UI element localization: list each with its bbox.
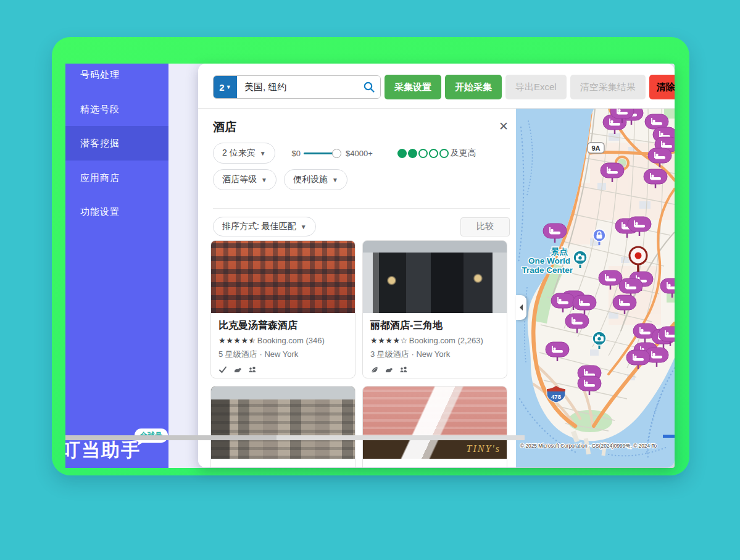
panel-title: 酒店: [213, 119, 236, 135]
toolbar-button[interactable]: 导出Excel: [505, 75, 567, 99]
price-slider: [304, 149, 337, 158]
toolbar-button[interactable]: 开始采集: [445, 75, 502, 99]
star-rating: ★★★★★☆: [218, 336, 256, 345]
leaf-icon: [370, 366, 378, 374]
result-count-value: 2: [219, 82, 224, 93]
amenity-icons: [370, 366, 499, 374]
search-button[interactable]: [358, 76, 380, 98]
review-source: Booking.com (346): [257, 336, 325, 345]
sidebar-item[interactable]: 潜客挖掘: [65, 126, 168, 161]
sidebar-item[interactable]: 功能设置: [65, 194, 168, 229]
amenities-dropdown[interactable]: 便利设施 ▼: [284, 169, 347, 190]
hotel-name: 比克曼汤普森酒店: [218, 319, 347, 332]
search-input[interactable]: [237, 76, 358, 98]
rating-circle[interactable]: [429, 149, 438, 158]
search-control: 2 ▼: [213, 75, 381, 99]
sort-dropdown[interactable]: 排序方式: 最佳匹配 ▼: [213, 217, 316, 236]
rating-circle[interactable]: [397, 149, 407, 158]
close-icon[interactable]: ✕: [497, 119, 510, 133]
chevron-down-icon: ▼: [301, 224, 307, 230]
rating-filter: [397, 149, 449, 158]
sidebar: 号码处理精选号段潜客挖掘应用商店功能设置 叮当助手 全球号: [65, 64, 168, 468]
compare-button[interactable]: 比较: [460, 217, 510, 236]
svg-text:景点: 景点: [551, 247, 568, 256]
sidebar-nav: 号码处理精选号段潜客挖掘应用商店功能设置: [65, 64, 168, 229]
rating-circle[interactable]: [418, 149, 428, 158]
hotel-card-body: 丽都酒店-三角地★★★★☆Booking.com (2,263)3 星级酒店 ·…: [363, 313, 507, 374]
toolbar-button[interactable]: 清空采集结果: [570, 75, 646, 99]
hotel-card[interactable]: 丽都酒店-三角地★★★★☆Booking.com (2,263)3 星级酒店 ·…: [362, 240, 507, 378]
rating-circle[interactable]: [439, 149, 449, 158]
sidebar-item[interactable]: 精选号段: [65, 92, 168, 127]
svg-text:9A: 9A: [591, 144, 600, 152]
svg-text:Trade Center: Trade Center: [522, 265, 573, 275]
price-max-label: $4000+: [346, 149, 373, 158]
hotel-cards-grid: 比克曼汤普森酒店★★★★★☆Booking.com (346)5 星级酒店 · …: [210, 240, 510, 467]
desktop-background: 号码处理精选号段潜客挖掘应用商店功能设置 叮当助手 全球号 2 ▼: [0, 0, 740, 560]
toolbar-button[interactable]: 清除: [649, 75, 675, 99]
hotel-card[interactable]: [210, 386, 355, 467]
guests-dropdown[interactable]: 2 位来宾 ▼: [213, 143, 275, 164]
search-icon: [363, 81, 375, 93]
chevron-down-icon: ▼: [260, 150, 266, 157]
hotel-photo: [363, 241, 507, 313]
svg-text:One World: One World: [528, 256, 570, 265]
rating-suffix-label: 及更高: [451, 148, 476, 159]
route-shield-9a: 9A: [588, 143, 604, 153]
dog-icon: [233, 366, 242, 374]
chevron-left-icon: [520, 304, 523, 311]
hotel-card[interactable]: 比克曼汤普森酒店★★★★★☆Booking.com (346)5 星级酒店 · …: [210, 240, 355, 378]
people-icon: [247, 366, 257, 374]
amenity-icons: [218, 366, 347, 374]
hotel-class-label: 酒店等级: [222, 174, 257, 185]
hotel-results-panel: 酒店 ✕ 2 位来宾 ▼ $0 $4000+: [198, 109, 510, 467]
rating-circle[interactable]: [408, 149, 417, 158]
hotel-meta: 3 星级酒店 · New York: [370, 349, 499, 360]
hotel-photo: [211, 387, 355, 459]
map[interactable]: 9A 478 景点 One World Trade Center: [516, 109, 675, 467]
sidebar-item[interactable]: 应用商店: [65, 161, 168, 195]
svg-text:478: 478: [551, 393, 561, 400]
horizontal-scrollbar-thumb[interactable]: [65, 435, 276, 440]
app-window: 号码处理精选号段潜客挖掘应用商店功能设置 叮当助手 全球号 2 ▼: [52, 37, 689, 475]
toolbar: 2 ▼ 采集设置开始采集导出Excel清空采集结果清除: [198, 64, 675, 109]
amenities-label: 便利设施: [293, 174, 328, 185]
price-slider-handle[interactable]: [332, 149, 341, 158]
sort-label: 排序方式: 最佳匹配: [222, 221, 296, 232]
chevron-down-icon: ▼: [261, 177, 267, 183]
divider: [213, 208, 510, 209]
chevron-down-icon: ▼: [226, 84, 231, 90]
map-scale-bar: [663, 435, 675, 438]
guests-label: 2 位来宾: [222, 148, 256, 159]
hotel-meta: 5 星级酒店 · New York: [218, 349, 347, 360]
hotel-card[interactable]: TINY's: [362, 386, 507, 467]
price-min-label: $0: [292, 149, 301, 158]
map-copyright: © 2025 Microsoft Corporation - GS(2024)0…: [520, 443, 657, 449]
check-icon: [218, 366, 227, 374]
dog-icon: [384, 366, 393, 374]
app-logo: 叮当助手: [65, 438, 141, 463]
toolbar-button[interactable]: 采集设置: [385, 75, 441, 99]
sidebar-item[interactable]: 号码处理: [65, 64, 168, 92]
map-collapse-button[interactable]: [516, 295, 526, 320]
photo-sign-text: TINY's: [467, 443, 501, 454]
horizontal-scrollbar[interactable]: [65, 435, 525, 440]
people-icon: [399, 366, 408, 374]
review-source: Booking.com (2,263): [409, 336, 483, 345]
result-count-dropdown[interactable]: 2 ▼: [214, 76, 237, 98]
hotel-card-body: 比克曼汤普森酒店★★★★★☆Booking.com (346)5 星级酒店 · …: [211, 313, 355, 374]
hotel-photo: TINY's: [363, 387, 507, 459]
main-panel: 2 ▼ 采集设置开始采集导出Excel清空采集结果清除: [198, 64, 675, 467]
star-rating: ★★★★☆: [370, 336, 408, 345]
hotel-photo: [211, 241, 355, 313]
hotel-class-dropdown[interactable]: 酒店等级 ▼: [213, 169, 276, 190]
chevron-down-icon: ▼: [332, 177, 338, 183]
hotel-name: 丽都酒店-三角地: [370, 319, 499, 332]
